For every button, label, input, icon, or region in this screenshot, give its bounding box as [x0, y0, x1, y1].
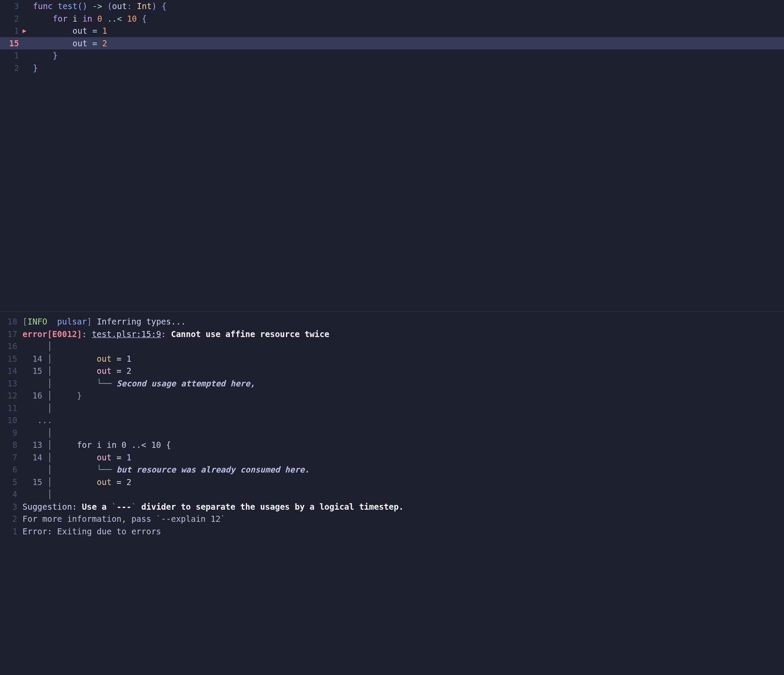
terminal-token: test.plsr:15:9 — [92, 329, 161, 339]
code-token: -> — [92, 1, 107, 11]
code-token — [33, 51, 53, 60]
code-token: out — [73, 26, 93, 35]
terminal-pane[interactable]: 18[INFO pulsar] Inferring types...17erro… — [0, 312, 784, 537]
code-content[interactable]: out = 2 — [33, 37, 784, 50]
code-token: test — [58, 1, 77, 11]
terminal-content: │ — [22, 340, 784, 353]
code-token: ..< — [107, 14, 127, 23]
terminal-token: │ — [22, 465, 97, 474]
code-token: Int — [137, 1, 151, 11]
terminal-content: 14 │ out = 1 — [22, 353, 784, 365]
code-content[interactable]: for i in 0 ..< 10 { — [33, 13, 784, 25]
code-token: } — [53, 51, 58, 60]
code-token: func — [33, 1, 58, 11]
terminal-line-number: 6 — [0, 463, 22, 476]
terminal-content: Error: Exiting due to errors — [22, 525, 784, 538]
terminal-token: │ — [22, 489, 52, 499]
line-number: 2 — [0, 13, 22, 25]
code-line[interactable]: 1 } — [0, 49, 784, 62]
terminal-line: 11 │ — [0, 402, 784, 415]
terminal-token: ` — [156, 514, 161, 524]
terminal-token: = 2 — [112, 366, 132, 376]
terminal-line-number: 14 — [0, 365, 22, 377]
code-content[interactable]: } — [33, 49, 784, 62]
terminal-line: 3Suggestion: Use a `---` divider to sepa… — [0, 501, 784, 513]
terminal-content: 16 │ } — [22, 389, 784, 402]
code-line[interactable]: 2} — [0, 62, 784, 74]
code-token: = — [92, 39, 102, 48]
terminal-line-number: 9 — [0, 427, 22, 439]
terminal-content: 14 │ out = 1 — [22, 451, 784, 464]
terminal-token: ` — [221, 514, 225, 524]
code-token: for — [53, 14, 73, 23]
terminal-line-number: 11 — [0, 402, 22, 415]
code-token: { — [142, 14, 147, 23]
terminal-token: Second usage attempted here, — [116, 379, 255, 388]
code-token: out — [112, 1, 127, 11]
code-token: 0 — [97, 14, 107, 23]
code-line[interactable]: 1▶ out = 1 — [0, 25, 784, 37]
code-content[interactable]: } — [33, 62, 784, 74]
terminal-line-number: 8 — [0, 439, 22, 451]
code-token: i — [73, 14, 83, 23]
code-content[interactable]: out = 1 — [33, 25, 784, 37]
terminal-content: │ — [22, 427, 784, 439]
terminal-token: out — [97, 477, 112, 487]
terminal-content: │ — [22, 488, 784, 501]
code-line[interactable]: 3func test() -> (out: Int) { — [0, 0, 784, 13]
terminal-token: --explain 12 — [161, 514, 220, 524]
terminal-token: └── — [97, 465, 117, 474]
terminal-token: 15 │ — [22, 477, 97, 487]
terminal-token: │ — [22, 379, 97, 388]
terminal-token: = 2 — [112, 477, 132, 487]
terminal-content: │ — [22, 402, 784, 415]
terminal-content: │ └── Second usage attempted here, — [22, 377, 784, 390]
code-token: in — [82, 14, 97, 23]
terminal-line: 15 14 │ out = 1 — [0, 353, 784, 365]
terminal-token: pulsar — [57, 317, 87, 326]
code-token: = — [92, 26, 102, 35]
line-number: 2 — [0, 62, 22, 74]
terminal-line: 16 │ — [0, 340, 784, 353]
code-token: } — [33, 63, 38, 73]
terminal-token: for i in 0 ..< 10 { — [77, 440, 171, 450]
terminal-line-number: 10 — [0, 414, 22, 427]
terminal-token: error[E0012] — [22, 329, 82, 339]
code-line[interactable]: 2 for i in 0 ..< 10 { — [0, 13, 784, 25]
code-token: out — [73, 39, 93, 48]
terminal-content: ... — [22, 414, 784, 427]
terminal-line: 14 15 │ out = 2 — [0, 365, 784, 377]
terminal-line-number: 3 — [0, 501, 22, 513]
terminal-token: divider to separate the usages by a logi… — [136, 502, 404, 511]
terminal-token: Inferring types... — [97, 317, 186, 326]
terminal-token: = 1 — [112, 354, 132, 363]
terminal-line: 6 │ └── but resource was already consume… — [0, 463, 784, 476]
terminal-line-number: 16 — [0, 340, 22, 353]
terminal-line: 17error[E0012]: test.plsr:15:9: Cannot u… — [0, 328, 784, 341]
terminal-token: └── — [97, 379, 117, 388]
code-content[interactable]: func test() -> (out: Int) { — [33, 0, 784, 13]
terminal-content: Suggestion: Use a `---` divider to separ… — [22, 501, 784, 513]
terminal-token: ] — [87, 317, 97, 326]
code-token: 1 — [102, 26, 107, 35]
terminal-token: = 1 — [112, 453, 132, 462]
breakpoint-marker-icon[interactable]: ▶ — [22, 26, 33, 36]
line-number: 15 — [0, 37, 22, 50]
terminal-line-number: 7 — [0, 451, 22, 464]
line-number: 1 — [0, 25, 22, 37]
terminal-line-number: 2 — [0, 513, 22, 525]
terminal-token: 14 │ — [22, 453, 97, 462]
terminal-content: [INFO pulsar] Inferring types... — [22, 315, 784, 328]
code-token — [33, 26, 73, 35]
terminal-line-number: 15 — [0, 353, 22, 365]
terminal-line: 5 15 │ out = 2 — [0, 476, 784, 489]
terminal-line: 10 ... — [0, 414, 784, 427]
terminal-line: 8 13 │ for i in 0 ..< 10 { — [0, 439, 784, 451]
terminal-content: error[E0012]: test.plsr:15:9: Cannot use… — [22, 328, 784, 341]
terminal-token: ... — [22, 415, 52, 425]
code-token: 10 — [127, 14, 141, 23]
editor-pane[interactable]: 3func test() -> (out: Int) {2 for i in 0… — [0, 0, 784, 312]
code-line[interactable]: 15 out = 2 — [0, 37, 784, 50]
terminal-line-number: 17 — [0, 328, 22, 341]
code-token: 2 — [102, 39, 107, 48]
